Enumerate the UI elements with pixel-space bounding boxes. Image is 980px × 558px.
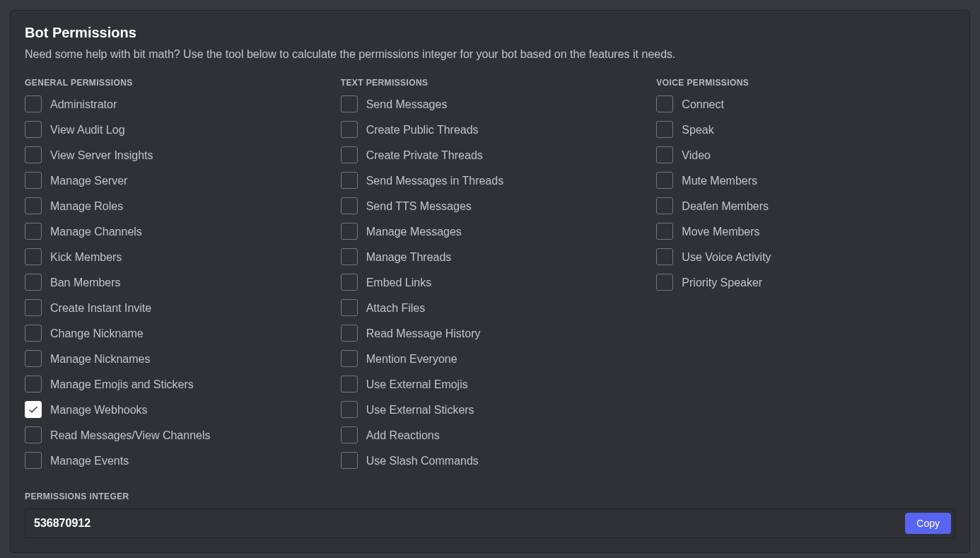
permission-label: Use External Stickers [366,403,474,417]
permission-label: Send Messages in Threads [366,174,503,187]
checkbox-priority-speaker[interactable] [656,274,673,291]
permission-label: Manage Nicknames [50,352,150,366]
permission-label: Manage Threads [366,250,452,264]
checkbox-send-messages[interactable] [341,95,358,112]
checkbox-manage-emojis-and-stickers[interactable] [25,376,42,393]
permission-view-server-insights[interactable]: View Server Insights [25,146,324,163]
permission-label: Video [682,149,711,162]
permission-manage-threads[interactable]: Manage Threads [341,248,640,265]
checkbox-mute-members[interactable] [656,172,673,189]
permission-label: Manage Messages [366,225,462,238]
checkbox-use-slash-commands[interactable] [341,452,358,469]
checkbox-read-messages-view-channels[interactable] [25,426,42,443]
bot-permissions-panel: Bot Permissions Need some help with bit … [10,10,970,553]
checkbox-speak[interactable] [656,121,673,138]
permission-read-messages-view-channels[interactable]: Read Messages/View Channels [25,426,324,443]
permission-manage-channels[interactable]: Manage Channels [25,223,324,240]
permission-send-messages[interactable]: Send Messages [341,95,640,112]
checkbox-kick-members[interactable] [25,248,42,265]
checkbox-move-members[interactable] [656,223,673,240]
checkbox-view-server-insights[interactable] [25,146,42,163]
checkbox-manage-channels[interactable] [25,223,42,240]
permission-create-instant-invite[interactable]: Create Instant Invite [25,299,324,316]
checkbox-mention-everyone[interactable] [341,350,358,367]
permission-attach-files[interactable]: Attach Files [341,299,640,316]
permission-manage-roles[interactable]: Manage Roles [25,197,324,214]
permission-ban-members[interactable]: Ban Members [25,274,324,291]
permission-add-reactions[interactable]: Add Reactions [341,426,640,443]
permission-manage-events[interactable]: Manage Events [25,452,324,469]
permission-mute-members[interactable]: Mute Members [656,172,955,189]
permission-label: Manage Webhooks [50,403,148,417]
checkbox-ban-members[interactable] [25,274,42,291]
checkbox-connect[interactable] [656,95,673,112]
permission-view-audit-log[interactable]: View Audit Log [25,121,324,138]
checkbox-use-external-emojis[interactable] [341,376,358,393]
checkbox-embed-links[interactable] [341,274,358,291]
checkbox-manage-messages[interactable] [341,223,358,240]
permission-label: Mention Everyone [366,352,457,366]
permission-deafen-members[interactable]: Deafen Members [656,197,955,214]
permissions-integer-input[interactable] [25,509,902,537]
checkbox-use-external-stickers[interactable] [341,401,358,418]
permission-manage-webhooks[interactable]: Manage Webhooks [25,401,324,418]
permissions-columns: General Permissions AdministratorView Au… [25,78,955,477]
checkbox-manage-events[interactable] [25,452,42,469]
permission-label: Priority Speaker [682,276,762,289]
permission-speak[interactable]: Speak [656,121,955,138]
checkbox-manage-webhooks[interactable] [25,401,42,418]
permission-priority-speaker[interactable]: Priority Speaker [656,274,955,291]
checkbox-send-messages-in-threads[interactable] [341,172,358,189]
checkbox-create-instant-invite[interactable] [25,299,42,316]
text-permissions-heading: Text Permissions [341,78,640,88]
permission-label: View Audit Log [50,123,125,136]
permission-change-nickname[interactable]: Change Nickname [25,325,324,342]
permission-manage-emojis-and-stickers[interactable]: Manage Emojis and Stickers [25,376,324,393]
permission-label: Use External Emojis [366,378,468,391]
permission-create-private-threads[interactable]: Create Private Threads [341,146,640,163]
checkbox-view-audit-log[interactable] [25,121,42,138]
checkbox-administrator[interactable] [25,95,42,112]
permission-connect[interactable]: Connect [656,95,955,112]
permission-label: Deafen Members [682,199,769,213]
checkbox-create-private-threads[interactable] [341,146,358,163]
permission-label: Manage Server [50,174,127,187]
checkbox-manage-nicknames[interactable] [25,350,42,367]
permission-send-messages-in-threads[interactable]: Send Messages in Threads [341,172,640,189]
checkbox-manage-roles[interactable] [25,197,42,214]
permission-label: Read Messages/View Channels [50,429,211,442]
checkbox-use-voice-activity[interactable] [656,248,673,265]
permission-video[interactable]: Video [656,146,955,163]
checkbox-read-message-history[interactable] [341,325,358,342]
permission-use-external-stickers[interactable]: Use External Stickers [341,401,640,418]
permission-mention-everyone[interactable]: Mention Everyone [341,350,640,367]
permission-manage-server[interactable]: Manage Server [25,172,324,189]
permission-move-members[interactable]: Move Members [656,223,955,240]
permission-read-message-history[interactable]: Read Message History [341,325,640,342]
permission-label: Manage Channels [50,225,142,238]
permission-create-public-threads[interactable]: Create Public Threads [341,121,640,138]
permission-label: Send Messages [366,98,448,111]
permission-manage-nicknames[interactable]: Manage Nicknames [25,350,324,367]
checkbox-send-tts-messages[interactable] [341,197,358,214]
permission-send-tts-messages[interactable]: Send TTS Messages [341,197,640,214]
permission-embed-links[interactable]: Embed Links [341,274,640,291]
checkbox-manage-threads[interactable] [341,248,358,265]
permission-label: Mute Members [682,174,757,187]
permission-label: Move Members [682,225,759,238]
copy-button[interactable]: Copy [905,513,951,534]
checkbox-change-nickname[interactable] [25,325,42,342]
checkbox-deafen-members[interactable] [656,197,673,214]
checkbox-video[interactable] [656,146,673,163]
checkbox-attach-files[interactable] [341,299,358,316]
permission-administrator[interactable]: Administrator [25,95,324,112]
permission-use-voice-activity[interactable]: Use Voice Activity [656,248,955,265]
checkbox-create-public-threads[interactable] [341,121,358,138]
checkbox-manage-server[interactable] [25,172,42,189]
permission-use-slash-commands[interactable]: Use Slash Commands [341,452,640,469]
permission-use-external-emojis[interactable]: Use External Emojis [341,376,640,393]
permission-kick-members[interactable]: Kick Members [25,248,324,265]
checkbox-add-reactions[interactable] [341,426,358,443]
permission-manage-messages[interactable]: Manage Messages [341,223,640,240]
permissions-integer-heading: Permissions Integer [25,492,955,501]
